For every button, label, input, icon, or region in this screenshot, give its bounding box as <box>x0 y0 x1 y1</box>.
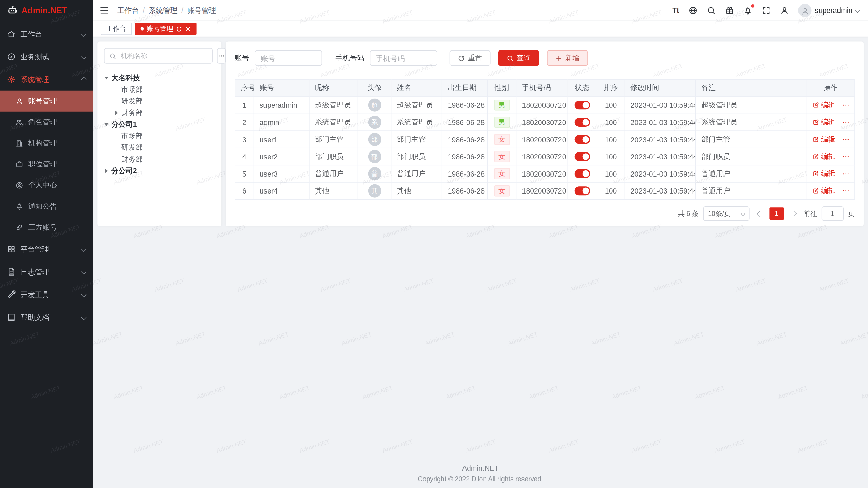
more-actions-icon[interactable] <box>842 118 850 126</box>
sidebar-item[interactable]: 账号管理 <box>0 91 93 112</box>
sidebar-item[interactable]: 三方账号 <box>0 217 93 238</box>
sidebar-item[interactable]: 开发工具 <box>0 283 93 306</box>
tree-caret-icon[interactable] <box>115 110 118 115</box>
edit-button[interactable]: 编辑 <box>813 100 835 110</box>
building-icon <box>16 139 23 147</box>
phone-filter-input[interactable] <box>370 50 437 66</box>
username[interactable]: superadmin <box>815 6 852 14</box>
status-toggle[interactable] <box>574 169 590 178</box>
sidebar-item[interactable]: 日志管理 <box>0 261 93 283</box>
prev-page-button[interactable] <box>754 206 765 221</box>
cell-account: admin <box>254 114 309 131</box>
accounts-table: 序号账号昵称头像姓名出生日期性别手机号码状态排序修改时间备注操作 1 super… <box>235 79 855 200</box>
sidebar-item[interactable]: 职位管理 <box>0 154 93 175</box>
next-page-button[interactable] <box>788 206 800 221</box>
tab-account-management[interactable]: 账号管理 <box>135 23 196 35</box>
sidebar-item[interactable]: 帮助文档 <box>0 306 93 329</box>
sidebar-item-label: 系统管理 <box>20 75 77 84</box>
more-actions-icon[interactable] <box>842 136 850 143</box>
tree-caret-icon[interactable] <box>104 123 109 125</box>
chevron-down-icon <box>741 211 745 216</box>
edit-button[interactable]: 编辑 <box>813 151 835 161</box>
cell-nickname: 超级管理员 <box>309 97 358 114</box>
font-size-icon[interactable]: Tt <box>672 6 679 14</box>
sidebar-item-label: 三方账号 <box>28 222 86 232</box>
cell-birthdate: 1986-06-28 <box>442 182 488 200</box>
tree-node[interactable]: 大名科技 <box>104 72 215 83</box>
tree-node[interactable]: 分公司1 <box>104 118 215 130</box>
toolbar-button[interactable] <box>707 6 716 15</box>
tab-workbench[interactable]: 工作台 <box>101 23 132 35</box>
refresh-icon[interactable] <box>176 26 182 32</box>
sidebar-item[interactable]: 角色管理 <box>0 112 93 133</box>
sidebar-item[interactable]: 工作台 <box>0 23 93 45</box>
avatar: 部 <box>368 133 381 146</box>
current-page[interactable]: 1 <box>769 207 784 220</box>
main-area: 工作台 / 系统管理 / 账号管理 / Tt <box>93 0 868 488</box>
cell-modified-time: 2023-01-03 10:59:44 <box>625 148 695 165</box>
logo[interactable]: Admin.NET <box>0 0 93 20</box>
user-avatar[interactable] <box>798 4 811 17</box>
org-name-input[interactable] <box>120 52 208 60</box>
org-search-box[interactable] <box>104 48 213 64</box>
tree-node[interactable]: 市场部 <box>104 130 215 142</box>
search-button[interactable]: 查询 <box>498 50 539 66</box>
toolbar-button[interactable] <box>762 6 771 15</box>
more-actions-icon[interactable] <box>842 170 850 178</box>
chevron-right-icon <box>791 211 796 216</box>
sidebar-item[interactable]: 平台管理 <box>0 238 93 261</box>
reset-button[interactable]: 重置 <box>450 50 491 66</box>
tree-node[interactable]: 分公司2 <box>104 165 215 177</box>
account-filter-input[interactable] <box>255 50 322 66</box>
cell-actions: 编辑 <box>807 97 854 114</box>
toolbar-button[interactable] <box>725 6 734 15</box>
more-actions-icon[interactable] <box>842 187 850 195</box>
tree-caret-icon[interactable] <box>105 168 108 173</box>
sidebar-item[interactable]: 通知公告 <box>0 196 93 217</box>
cell-account: superadmin <box>254 97 309 114</box>
more-actions-icon[interactable] <box>842 153 850 161</box>
more-actions-icon[interactable] <box>842 101 850 109</box>
column-header: 状态 <box>567 79 597 97</box>
add-button[interactable]: 新增 <box>547 50 588 66</box>
tree-caret-icon[interactable] <box>104 76 109 79</box>
status-toggle[interactable] <box>574 101 590 110</box>
toolbar-button[interactable] <box>744 6 752 15</box>
cell-birthdate: 1986-06-28 <box>442 148 488 165</box>
breadcrumb-item[interactable]: 工作台 <box>117 5 139 15</box>
page-jump-input[interactable] <box>822 206 844 221</box>
status-toggle[interactable] <box>574 118 590 127</box>
more-options-button[interactable] <box>217 48 226 64</box>
hamburger-menu-icon[interactable] <box>100 5 109 15</box>
status-toggle[interactable] <box>574 187 590 196</box>
cell-actions: 编辑 <box>807 182 854 200</box>
edit-button[interactable]: 编辑 <box>813 135 835 144</box>
tree-node[interactable]: 财务部 <box>104 107 215 118</box>
sidebar-item-label: 业务测试 <box>20 52 77 62</box>
page-size-select[interactable]: 10条/页 <box>703 206 749 221</box>
cell-modified-time: 2023-01-03 10:59:44 <box>625 165 695 182</box>
sidebar-item[interactable]: 系统管理 <box>0 68 93 91</box>
toolbar-button[interactable] <box>780 6 789 15</box>
tree-node[interactable]: 财务部 <box>104 153 215 165</box>
breadcrumb-item[interactable]: 账号管理 <box>187 5 216 15</box>
sidebar-item[interactable]: 业务测试 <box>0 45 93 68</box>
edit-button[interactable]: 编辑 <box>813 186 835 196</box>
breadcrumb-item[interactable]: 系统管理 <box>149 5 178 15</box>
edit-button[interactable]: 编辑 <box>813 169 835 179</box>
user-menu[interactable]: superadmin <box>798 4 859 17</box>
toolbar-button[interactable] <box>689 6 697 15</box>
tree-node[interactable]: 研发部 <box>104 95 215 107</box>
tree-node[interactable]: 市场部 <box>104 84 215 95</box>
sidebar-item[interactable]: 机构管理 <box>0 133 93 154</box>
close-icon[interactable] <box>185 26 191 32</box>
cell-actions: 编辑 <box>807 165 854 182</box>
edit-button[interactable]: 编辑 <box>813 117 835 127</box>
status-toggle[interactable] <box>574 135 590 144</box>
sidebar-item[interactable]: 个人中心 <box>0 175 93 196</box>
tree-node[interactable]: 研发部 <box>104 142 215 153</box>
sidebar-item-label: 工作台 <box>20 29 77 39</box>
ellipsis-icon <box>218 52 225 60</box>
status-toggle[interactable] <box>574 152 590 161</box>
cell-remark: 系统管理员 <box>695 114 807 131</box>
